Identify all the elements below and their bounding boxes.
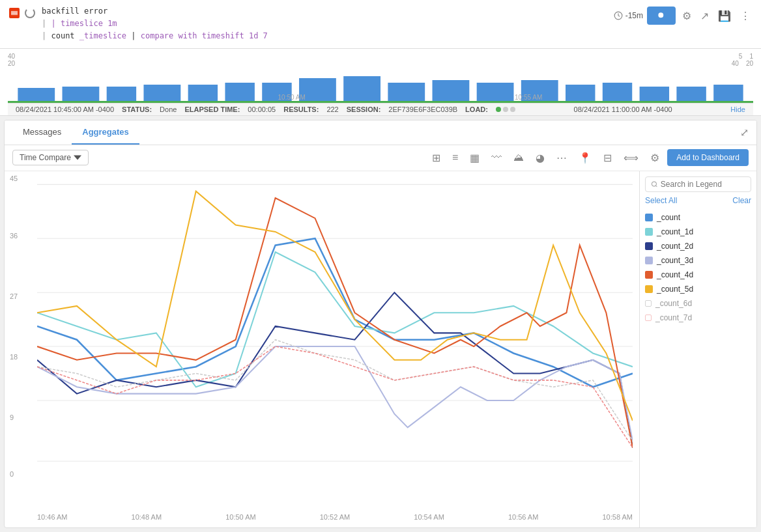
add-to-dashboard-button[interactable]: Add to Dashboard	[667, 149, 749, 166]
hide-button[interactable]: Hide	[730, 105, 745, 113]
line-count-6d	[37, 339, 633, 440]
y-label-9: 9	[10, 413, 14, 421]
line-count-1d	[37, 252, 633, 387]
time-compare-dropdown[interactable]: Time Compare	[12, 150, 89, 165]
search-button[interactable]	[647, 7, 676, 25]
axis-left: 08/24/2021 10:45:00 AM -0400	[16, 105, 114, 113]
legend-color-count-4d	[645, 271, 653, 279]
svg-rect-17	[676, 87, 706, 101]
legend-label-count-4d: _count_4d	[657, 270, 693, 279]
table-icon[interactable]: ⊞	[428, 149, 444, 167]
legend-color-count-5d	[645, 285, 653, 293]
session-value: 2EF739E6F3EC039B	[388, 105, 457, 113]
settings-icon[interactable]: ⚙	[680, 7, 694, 25]
select-all-button[interactable]: Select All	[645, 196, 677, 205]
hist-count-5: 5	[739, 53, 743, 60]
tab-messages[interactable]: Messages	[12, 120, 72, 145]
legend-item-count-7d[interactable]: _count_7d	[645, 311, 751, 325]
chart-panel: 45 36 27 18 9 0	[5, 171, 639, 527]
hist-y-40-left: 40	[8, 53, 15, 60]
load-dot-green	[496, 107, 501, 112]
grid-icon[interactable]: ⊟	[599, 149, 616, 167]
legend-label-count-2d: _count_2d	[657, 242, 693, 251]
status-value: Done	[160, 105, 177, 113]
list-icon[interactable]: ≡	[448, 149, 462, 166]
expand-icon[interactable]: ⤢	[740, 126, 749, 139]
legend-item-count-5d[interactable]: _count_5d	[645, 282, 751, 296]
more-icon[interactable]: ⋮	[738, 7, 753, 25]
legend-item-count-4d[interactable]: _count_4d	[645, 268, 751, 282]
legend-item-count[interactable]: _count	[645, 210, 751, 225]
header-controls: -15m ⚙ ↗ 💾 ⋮	[614, 7, 753, 25]
hist-y-20-right: 20	[746, 60, 753, 67]
chart-settings-icon[interactable]: ⚙	[646, 149, 663, 167]
x-label-6: 10:56 AM	[508, 513, 538, 521]
svg-rect-5	[188, 85, 218, 101]
line-count-7d	[37, 346, 633, 447]
line-count-4d	[37, 198, 633, 447]
legend-item-count-6d[interactable]: _count_6d	[645, 296, 751, 311]
query-text: backfill error | | timeslice 1m | count …	[42, 5, 609, 43]
svg-rect-10	[388, 83, 425, 101]
scatter-icon[interactable]: ⋯	[553, 149, 571, 167]
svg-text:10:55 AM: 10:55 AM	[515, 94, 542, 101]
timeline-section: 40 20 5 1 40 20	[0, 49, 761, 116]
tab-aggregates[interactable]: Aggregates	[72, 120, 139, 145]
hist-y-40-right: 40	[732, 60, 739, 67]
svg-point-27	[652, 182, 656, 186]
legend-select-row: Select All Clear	[645, 196, 751, 205]
svg-rect-16	[640, 87, 669, 101]
area-chart-icon[interactable]: ⛰	[510, 149, 528, 166]
line-count	[37, 238, 633, 387]
legend-item-count-1d[interactable]: _count_1d	[645, 225, 751, 239]
legend-color-count	[645, 214, 653, 221]
legend-search[interactable]	[645, 176, 751, 192]
legend-label-count: _count	[657, 213, 680, 222]
load-dot-gray2	[510, 107, 515, 112]
legend-panel: Select All Clear _count _count_1d _count…	[639, 171, 756, 527]
svg-rect-18	[713, 85, 743, 101]
histogram-svg: 10:50 AM 10:55 AM	[10, 68, 751, 101]
hamburger-icon[interactable]	[8, 7, 21, 20]
legend-label-count-5d: _count_5d	[657, 285, 693, 294]
line-count-5d	[37, 191, 633, 420]
legend-item-count-3d[interactable]: _count_3d	[645, 253, 751, 268]
legend-search-icon	[651, 180, 658, 188]
map-icon[interactable]: 📍	[575, 149, 596, 167]
legend-label-count-1d: _count_1d	[657, 227, 693, 236]
share-icon[interactable]: ↗	[698, 7, 711, 25]
pie-chart-icon[interactable]: ◕	[532, 149, 549, 167]
legend-color-count-1d	[645, 228, 653, 236]
legend-color-count-2d	[645, 242, 653, 250]
legend-search-input[interactable]	[661, 180, 745, 189]
status-bar: 08/24/2021 10:45:00 AM -0400 STATUS: Don…	[8, 103, 753, 115]
x-label-7: 10:58 AM	[602, 513, 632, 521]
main-content: Messages Aggregates ⤢ Time Compare ⊞ ≡ ▦…	[4, 120, 757, 528]
time-badge[interactable]: -15m	[614, 11, 643, 20]
svg-rect-14	[566, 85, 595, 101]
status-label: STATUS:	[122, 105, 152, 113]
query-main: backfill error	[42, 7, 108, 16]
legend-item-count-2d[interactable]: _count_2d	[645, 239, 751, 253]
refresh-icon[interactable]	[23, 7, 36, 20]
bar-chart-icon[interactable]: ▦	[466, 149, 483, 167]
svg-rect-9	[343, 76, 380, 101]
toolbar: Time Compare ⊞ ≡ ▦ 〰 ⛰ ◕ ⋯ 📍 ⊟ ⟺ ⚙ Add t…	[5, 145, 756, 171]
y-label-27: 27	[10, 292, 18, 300]
legend-color-count-7d	[645, 315, 652, 321]
svg-rect-4	[143, 85, 180, 101]
query-icons	[8, 7, 36, 20]
clear-button[interactable]: Clear	[732, 196, 751, 205]
line-count-2d	[37, 292, 633, 447]
chart-area: 45 36 27 18 9 0	[5, 171, 756, 527]
line-chart-icon[interactable]: 〰	[487, 149, 506, 166]
hist-count-1: 1	[749, 53, 753, 60]
svg-rect-3	[107, 87, 136, 101]
save-icon[interactable]: 💾	[715, 7, 734, 25]
connect-icon[interactable]: ⟺	[620, 149, 642, 167]
y-label-0: 0	[10, 470, 14, 478]
svg-rect-2	[63, 87, 100, 101]
svg-rect-15	[603, 83, 632, 101]
legend-color-count-3d	[645, 257, 653, 264]
x-label-2: 10:48 AM	[132, 513, 162, 521]
